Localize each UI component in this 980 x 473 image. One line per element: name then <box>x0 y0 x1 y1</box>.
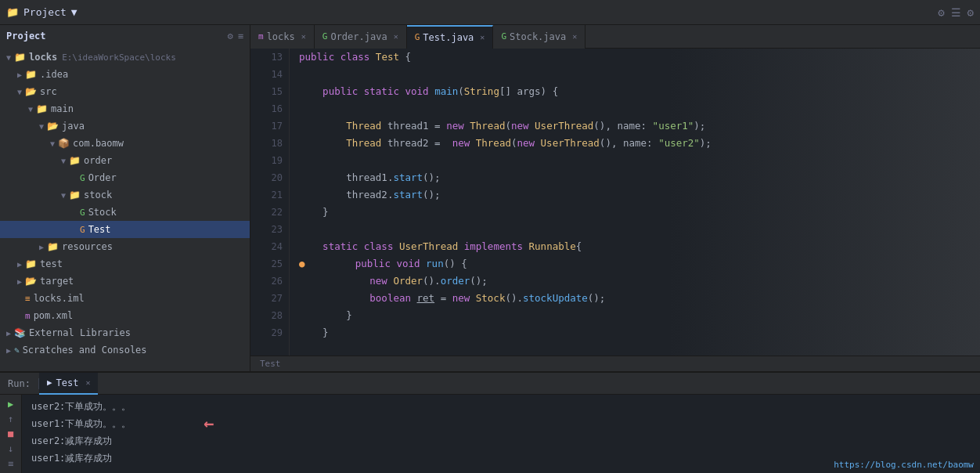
tab-close-test[interactable]: ✕ <box>480 33 485 42</box>
tree-item-ext-libraries[interactable]: ▶ 📚 External Libraries <box>0 324 250 341</box>
arrow-icon: ▼ <box>58 191 69 200</box>
line-15: ▶ 15 <box>257 83 283 100</box>
tree-item-target[interactable]: ▶ 📂 target <box>0 273 250 290</box>
run-console-icon: ▶ <box>47 377 52 388</box>
project-label[interactable]: Project <box>23 6 67 18</box>
run-again-button[interactable]: ▶ <box>3 398 19 410</box>
bottom-tab-test[interactable]: ▶ Test ✕ <box>39 373 99 395</box>
arrow-icon: ▶ <box>14 277 25 286</box>
tree-label: src <box>40 86 57 97</box>
folder-icon: 📁 <box>25 69 37 80</box>
tree-item-src[interactable]: ▼ 📂 src <box>0 83 250 100</box>
settings-icon[interactable]: ⚙ <box>938 6 944 19</box>
main-layout: Project ⚙ ≡ ▼ 📁 locks E:\ideaWorkSpace\l… <box>0 25 980 371</box>
tree-item-order-folder[interactable]: ▼ 📁 order <box>0 152 250 169</box>
code-line-22: } <box>299 204 980 221</box>
scroll-down-button[interactable]: ↓ <box>3 443 19 455</box>
red-arrow-indicator: ← <box>204 415 214 432</box>
tree-item-Test[interactable]: ▶ G Test <box>0 221 250 238</box>
tree-item-scratches[interactable]: ▶ ✎ Scratches and Consoles <box>0 341 250 359</box>
wrap-button[interactable]: ≡ <box>3 458 19 470</box>
tab-close-locks[interactable]: ✕ <box>301 32 306 41</box>
tab-label: Stock.java <box>510 31 566 42</box>
tree-item-pom-xml[interactable]: ▶ m pom.xml <box>0 307 250 324</box>
sidebar-layout-icon[interactable]: ≡ <box>238 31 243 42</box>
tree-item-resources[interactable]: ▶ 📁 resources <box>0 238 250 255</box>
bottom-panel: Run: ▶ Test ✕ ▶ ↑ ■ ↓ ≡ user2:下单成功。。。 us… <box>0 371 980 473</box>
csdn-link[interactable]: https://blog.csdn.net/baomw <box>834 460 974 470</box>
test-tab-icon: G <box>415 32 420 42</box>
tree-item-Stock[interactable]: ▶ G Stock <box>0 204 250 221</box>
tree-item-stock-folder[interactable]: ▼ 📁 stock <box>0 186 250 204</box>
tree-label: locks <box>29 52 57 63</box>
tree-label: locks.iml <box>34 293 85 304</box>
line-26: 26 <box>257 273 283 290</box>
tree-item-main[interactable]: ▼ 📁 main <box>0 100 250 117</box>
sidebar-title: Project <box>6 31 46 42</box>
tree-label: Test <box>88 224 111 235</box>
java-class-icon: G <box>80 208 85 218</box>
tree-path: E:\ideaWorkSpace\locks <box>62 52 176 63</box>
sidebar-header-icons: ⚙ ≡ <box>228 31 243 42</box>
tree-item-Order[interactable]: ▶ G Order <box>0 169 250 186</box>
bottom-tab-close[interactable]: ✕ <box>85 378 90 387</box>
code-line-26: new Order().order(); <box>299 273 980 290</box>
console-line-3: user2:减库存成功 <box>31 432 818 450</box>
console-line-2: user1:下单成功。。。 ← <box>31 415 818 432</box>
code-line-16 <box>299 100 980 117</box>
arrow-icon: ▼ <box>58 157 69 165</box>
code-content[interactable]: public class Test { public static void m… <box>290 49 980 356</box>
console-output: user2:下单成功。。。 user1:下单成功。。。 ← user2:减库存成… <box>22 395 827 473</box>
tab-test[interactable]: G Test.java ✕ <box>407 25 494 49</box>
tree-item-idea[interactable]: ▶ 📁 .idea <box>0 66 250 83</box>
maven-icon: m <box>25 311 31 321</box>
line-16: 16 <box>257 100 283 117</box>
tab-stock[interactable]: G Stock.java ✕ <box>493 25 585 49</box>
java-src-icon: 📂 <box>47 121 59 132</box>
code-line-28: } <box>299 307 980 324</box>
line-19: 19 <box>257 152 283 169</box>
tree-item-locks-root[interactable]: ▼ 📁 locks E:\ideaWorkSpace\locks <box>0 49 250 66</box>
stock-tab-icon: G <box>501 31 506 42</box>
gear-icon[interactable]: ⚙ <box>967 6 974 19</box>
arrow-icon: ▶ <box>3 346 14 355</box>
line-22: 22 <box>257 204 283 221</box>
scroll-up-button[interactable]: ↑ <box>3 413 19 424</box>
tree-item-com-baomw[interactable]: ▼ 📦 com.baomw <box>0 135 250 152</box>
tab-label: Test.java <box>423 32 474 43</box>
arrow-icon: ▼ <box>47 139 58 148</box>
layout-icon[interactable]: ☰ <box>951 6 961 19</box>
folder-icon: 📁 <box>47 241 59 252</box>
sidebar-settings-icon[interactable]: ⚙ <box>228 31 233 42</box>
iml-file-icon: ≡ <box>25 294 31 304</box>
code-line-21: thread2.start(); <box>299 186 980 204</box>
line-18: 18 <box>257 135 283 152</box>
stop-button[interactable]: ■ <box>3 428 19 439</box>
code-line-25: ● public void run() { <box>299 255 980 273</box>
file-name-bar: Test <box>250 356 980 371</box>
tree-item-locks-iml[interactable]: ▶ ≡ locks.iml <box>0 290 250 307</box>
tab-locks[interactable]: m locks ✕ <box>250 25 315 49</box>
tree-item-java[interactable]: ▼ 📂 java <box>0 117 250 135</box>
line-29: 29 <box>257 324 283 341</box>
line-14: 14 <box>257 66 283 83</box>
top-bar: 📁 Project ▼ ⚙ ☰ ⚙ <box>0 0 980 25</box>
arrow-icon: ▶ <box>3 329 14 338</box>
code-editor[interactable]: ▶ 13 14 ▶ 15 16 17 18 19 20 21 22 23 ▶ 2… <box>250 49 980 356</box>
bottom-content: ▶ ↑ ■ ↓ ≡ user2:下单成功。。。 user1:下单成功。。。 ← … <box>0 395 980 473</box>
editor-area: m locks ✕ G Order.java ✕ G Test.java ✕ G… <box>250 25 980 371</box>
java-tab-icon: G <box>322 31 328 42</box>
tab-order[interactable]: G Order.java ✕ <box>315 25 407 49</box>
tab-close-stock[interactable]: ✕ <box>572 32 577 41</box>
tree-item-test[interactable]: ▶ 📁 test <box>0 255 250 273</box>
arrow-icon: ▼ <box>25 105 36 114</box>
code-line-18: Thread thread2 = new Thread(new UserThre… <box>299 135 980 152</box>
tree-label: stock <box>84 190 112 200</box>
folder-icon: 📁 <box>69 155 81 166</box>
tab-close-order[interactable]: ✕ <box>394 32 398 41</box>
code-line-20: thread1.start(); <box>299 169 980 186</box>
tab-bar: m locks ✕ G Order.java ✕ G Test.java ✕ G… <box>250 25 980 49</box>
project-dropdown-icon[interactable]: ▼ <box>71 6 77 18</box>
console-text: user2:下单成功。。。 <box>31 398 131 415</box>
target-folder-icon: 📂 <box>25 276 37 287</box>
